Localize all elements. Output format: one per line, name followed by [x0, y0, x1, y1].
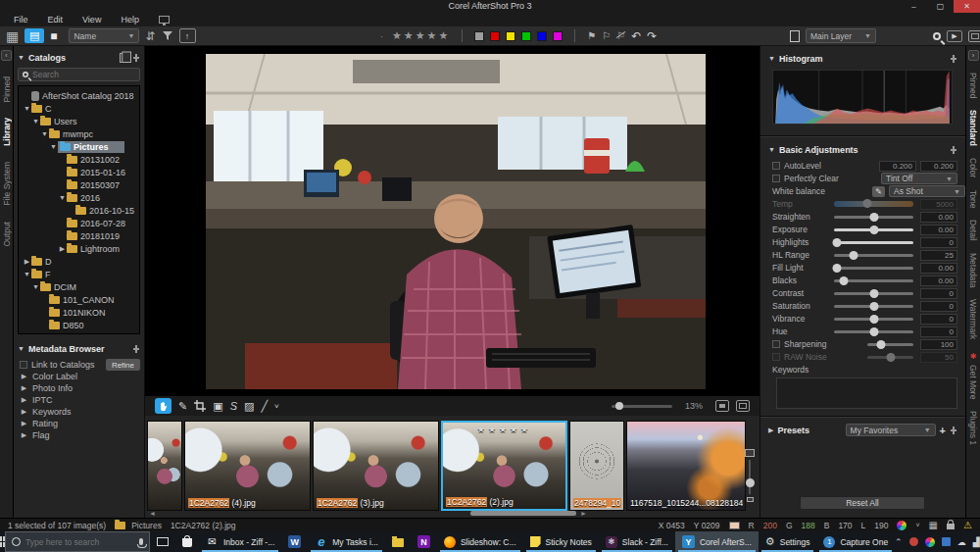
straighten-value[interactable]: 0.00: [920, 212, 957, 223]
taskbar-sticky-notes[interactable]: Sticky Notes: [523, 531, 599, 552]
warning-icon[interactable]: ⚠: [963, 520, 972, 530]
collapse-left-panel-icon[interactable]: ‹: [1, 50, 12, 61]
taskbar-search-input[interactable]: [25, 537, 134, 547]
taskbar-mail[interactable]: ✉Inbox - Ziff -...: [199, 531, 281, 552]
tab-standard[interactable]: Standard: [968, 110, 978, 146]
thumbnail-size-thumb[interactable]: [746, 478, 755, 487]
actual-size-icon[interactable]: [715, 400, 729, 412]
chevron-right-icon[interactable]: ▶: [20, 396, 28, 404]
sharpening-slider[interactable]: [867, 343, 913, 346]
slider-thumb[interactable]: [869, 289, 878, 298]
chevron-down-icon[interactable]: ▼: [58, 194, 67, 201]
chevron-right-icon[interactable]: ▶: [20, 431, 28, 439]
maximize-button[interactable]: ▢: [927, 0, 954, 13]
thumbnail[interactable]: 1C2A2762 (4).jpg: [184, 421, 311, 511]
raw-noise-checkbox[interactable]: [772, 353, 780, 361]
slider-thumb[interactable]: [869, 226, 878, 234]
minimize-button[interactable]: –: [901, 0, 927, 13]
filmstrip-scrollbar[interactable]: [470, 511, 576, 516]
grid-overlay-icon[interactable]: ▦: [929, 521, 938, 530]
add-preset-icon[interactable]: +: [940, 425, 946, 436]
fill-light-slider[interactable]: [834, 267, 913, 270]
chevron-down-icon[interactable]: ▼: [23, 271, 31, 277]
taskbar-explorer[interactable]: [385, 531, 411, 552]
tray-expand-icon[interactable]: ⌃: [895, 537, 903, 547]
hue-value[interactable]: 0: [920, 326, 957, 337]
close-button[interactable]: ✕: [954, 0, 980, 13]
tab-file-system[interactable]: File System: [2, 162, 12, 205]
highlights-value[interactable]: 0: [920, 237, 957, 248]
tree-item[interactable]: AfterShot Catalog 2018: [19, 89, 139, 102]
chevron-right-icon[interactable]: ▶: [20, 384, 28, 392]
temp-value[interactable]: 5000: [920, 199, 957, 210]
thumbnail-partial[interactable]: [147, 421, 182, 511]
small-thumb-icon[interactable]: [747, 497, 754, 502]
slider-thumb[interactable]: [839, 276, 848, 285]
tree-item[interactable]: ▼2016: [19, 191, 139, 204]
flag-pick-icon[interactable]: ⚑: [587, 30, 596, 41]
label-blue-chip[interactable]: [537, 31, 547, 41]
tree-item[interactable]: ▼F: [19, 268, 139, 280]
tree-item[interactable]: 101NIKON: [19, 306, 139, 319]
temp-slider-thumb[interactable]: [863, 199, 872, 208]
tab-watermark[interactable]: Watermark: [968, 299, 978, 339]
export-icon[interactable]: ↑: [179, 28, 196, 43]
slider-thumb[interactable]: [869, 213, 878, 222]
sharpening-value[interactable]: 100: [920, 339, 957, 350]
tree-item[interactable]: 20150307: [19, 178, 139, 191]
thumbnail[interactable]: 1167518_1015244...081281841_o.jpg: [626, 421, 746, 511]
search-icon[interactable]: [933, 32, 941, 40]
thumbnail[interactable]: 2478294_10.jpg: [569, 421, 624, 511]
metadata-item[interactable]: ▶Color Label: [18, 371, 140, 382]
vibrance-value[interactable]: 0: [920, 314, 957, 325]
more-tools-chevron-icon[interactable]: ˅: [274, 402, 279, 411]
fill-light-value[interactable]: 0.00: [920, 263, 957, 274]
blacks-slider[interactable]: [834, 279, 913, 282]
layer-select[interactable]: Main Layer▼: [806, 28, 876, 43]
temp-slider[interactable]: [834, 201, 913, 207]
link-to-catalogs-checkbox[interactable]: [20, 361, 27, 369]
menu-edit[interactable]: Edit: [38, 15, 74, 25]
taskbar-settings[interactable]: ⚙Settings: [759, 531, 817, 552]
tree-item[interactable]: ▶D: [19, 255, 139, 268]
thumbnail[interactable]: 1C2A2762 (3).jpg: [313, 421, 439, 511]
slider-thumb[interactable]: [833, 238, 842, 247]
taskbar-word[interactable]: W: [281, 531, 308, 552]
fullscreen-icon[interactable]: [968, 30, 980, 42]
zoom-slider[interactable]: [612, 405, 672, 408]
lock-icon[interactable]: [947, 524, 955, 529]
grid-view-icon[interactable]: ▦: [6, 29, 19, 43]
chevron-right-icon[interactable]: ▶: [20, 420, 28, 427]
tree-item[interactable]: 2015-01-16: [19, 166, 139, 178]
tree-item[interactable]: 2016-10-15: [19, 204, 139, 217]
tree-item[interactable]: ▶Lightroom: [19, 242, 139, 255]
tab-pinned-right[interactable]: Pinned: [968, 73, 978, 98]
tab-pinned-left[interactable]: Pinned: [2, 76, 12, 102]
chevron-right-icon[interactable]: ▶: [768, 427, 773, 434]
eyedropper-icon[interactable]: ✎: [872, 186, 885, 197]
pin-icon[interactable]: [132, 345, 140, 353]
tree-item[interactable]: ▼C: [19, 102, 139, 115]
slider-thumb[interactable]: [833, 264, 842, 273]
pan-tool-icon[interactable]: [155, 398, 172, 414]
chevron-down-icon[interactable]: ▼: [40, 130, 49, 137]
hue-slider[interactable]: [834, 330, 913, 333]
taskbar-edge[interactable]: eMy Tasks i...: [308, 531, 385, 552]
layers-icon[interactable]: [790, 30, 800, 42]
chevron-down-icon[interactable]: ▼: [23, 105, 31, 112]
sharpening-checkbox[interactable]: [772, 340, 780, 348]
label-magenta-chip[interactable]: [553, 31, 563, 41]
chevron-down-icon[interactable]: ▼: [31, 118, 40, 125]
taskbar-store[interactable]: [175, 531, 199, 552]
label-red-chip[interactable]: [490, 31, 500, 41]
fit-screen-icon[interactable]: [736, 400, 750, 412]
sort-direction-icon[interactable]: ⇵: [145, 30, 155, 42]
chevron-down-icon[interactable]: ▼: [768, 55, 775, 62]
slider-thumb[interactable]: [869, 327, 878, 336]
pin-icon[interactable]: [950, 55, 957, 63]
crop-tool-icon[interactable]: [194, 400, 206, 412]
taskbar-capture-one[interactable]: 1Capture One: [816, 531, 895, 552]
straighten-slider[interactable]: [834, 216, 913, 219]
taskbar-task-view[interactable]: [150, 531, 175, 552]
chevron-right-icon[interactable]: ▶: [20, 373, 28, 380]
